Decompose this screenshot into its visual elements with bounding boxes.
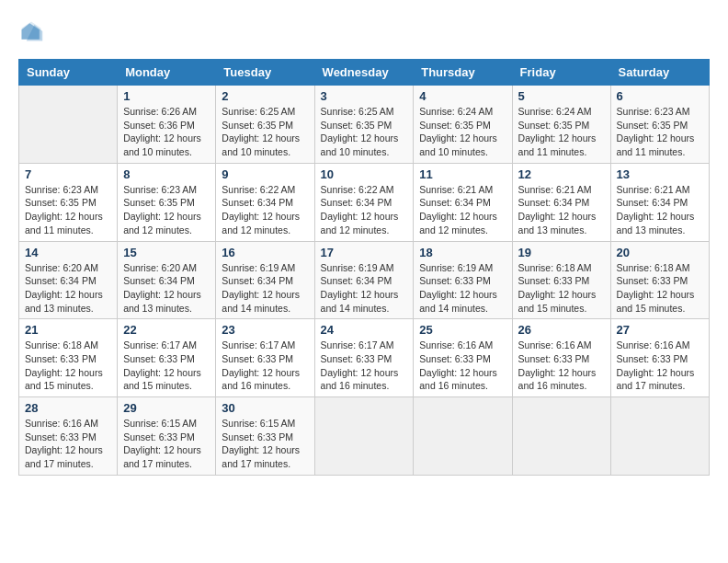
calendar-cell: 21Sunrise: 6:18 AMSunset: 6:33 PMDayligh…	[19, 319, 118, 397]
day-number: 5	[518, 89, 605, 103]
calendar-week-1: 1Sunrise: 6:26 AMSunset: 6:36 PMDaylight…	[19, 86, 710, 164]
calendar-cell: 3Sunrise: 6:25 AMSunset: 6:35 PMDaylight…	[314, 86, 414, 164]
day-number: 6	[617, 89, 703, 103]
calendar-cell	[610, 397, 709, 476]
calendar-cell: 4Sunrise: 6:24 AMSunset: 6:35 PMDaylight…	[414, 86, 512, 164]
calendar-cell: 20Sunrise: 6:18 AMSunset: 6:33 PMDayligh…	[610, 241, 709, 319]
column-header-saturday: Saturday	[610, 60, 709, 86]
day-info: Sunrise: 6:20 AMSunset: 6:34 PMDaylight:…	[123, 261, 210, 316]
day-info: Sunrise: 6:18 AMSunset: 6:33 PMDaylight:…	[518, 261, 605, 316]
calendar-cell: 1Sunrise: 6:26 AMSunset: 6:36 PMDaylight…	[118, 86, 216, 164]
calendar-cell: 7Sunrise: 6:23 AMSunset: 6:35 PMDaylight…	[19, 163, 118, 241]
calendar-week-2: 7Sunrise: 6:23 AMSunset: 6:35 PMDaylight…	[19, 163, 710, 241]
calendar-cell: 11Sunrise: 6:21 AMSunset: 6:34 PMDayligh…	[414, 163, 512, 241]
day-info: Sunrise: 6:16 AMSunset: 6:33 PMDaylight:…	[25, 417, 111, 471]
calendar-cell: 13Sunrise: 6:21 AMSunset: 6:34 PMDayligh…	[610, 163, 709, 241]
day-number: 21	[25, 323, 111, 337]
calendar-cell: 18Sunrise: 6:19 AMSunset: 6:33 PMDayligh…	[414, 241, 512, 319]
day-info: Sunrise: 6:23 AMSunset: 6:35 PMDaylight:…	[25, 183, 111, 237]
day-info: Sunrise: 6:22 AMSunset: 6:34 PMDaylight:…	[321, 183, 408, 237]
day-info: Sunrise: 6:16 AMSunset: 6:33 PMDaylight:…	[419, 339, 506, 393]
calendar-cell: 30Sunrise: 6:15 AMSunset: 6:33 PMDayligh…	[216, 397, 314, 476]
day-info: Sunrise: 6:18 AMSunset: 6:33 PMDaylight:…	[617, 261, 703, 316]
calendar-week-5: 28Sunrise: 6:16 AMSunset: 6:33 PMDayligh…	[19, 397, 710, 476]
day-number: 8	[123, 167, 210, 181]
calendar-cell: 29Sunrise: 6:15 AMSunset: 6:33 PMDayligh…	[118, 397, 216, 476]
column-header-thursday: Thursday	[414, 60, 512, 86]
day-info: Sunrise: 6:15 AMSunset: 6:33 PMDaylight:…	[222, 417, 308, 471]
day-number: 14	[25, 246, 111, 259]
calendar-header-row: SundayMondayTuesdayWednesdayThursdayFrid…	[19, 60, 710, 86]
column-header-tuesday: Tuesday	[216, 60, 314, 86]
calendar-cell: 5Sunrise: 6:24 AMSunset: 6:35 PMDaylight…	[512, 86, 610, 164]
day-number: 1	[123, 89, 210, 103]
day-number: 9	[222, 167, 308, 181]
day-number: 19	[518, 246, 605, 259]
calendar-week-4: 21Sunrise: 6:18 AMSunset: 6:33 PMDayligh…	[19, 319, 710, 397]
day-info: Sunrise: 6:19 AMSunset: 6:34 PMDaylight:…	[321, 261, 408, 316]
calendar-cell: 12Sunrise: 6:21 AMSunset: 6:34 PMDayligh…	[512, 163, 610, 241]
day-number: 23	[222, 323, 308, 337]
day-info: Sunrise: 6:19 AMSunset: 6:34 PMDaylight:…	[222, 261, 308, 316]
day-info: Sunrise: 6:17 AMSunset: 6:33 PMDaylight:…	[123, 339, 210, 393]
day-number: 29	[123, 401, 210, 415]
calendar-cell: 6Sunrise: 6:23 AMSunset: 6:35 PMDaylight…	[610, 86, 709, 164]
day-number: 3	[321, 89, 408, 103]
day-info: Sunrise: 6:21 AMSunset: 6:34 PMDaylight:…	[419, 183, 506, 237]
day-number: 27	[617, 323, 703, 337]
day-info: Sunrise: 6:19 AMSunset: 6:33 PMDaylight:…	[419, 261, 506, 316]
calendar-cell: 17Sunrise: 6:19 AMSunset: 6:34 PMDayligh…	[314, 241, 414, 319]
calendar-cell: 15Sunrise: 6:20 AMSunset: 6:34 PMDayligh…	[118, 241, 216, 319]
day-number: 4	[419, 89, 506, 103]
day-info: Sunrise: 6:17 AMSunset: 6:33 PMDaylight:…	[321, 339, 408, 393]
day-number: 20	[617, 246, 703, 259]
day-info: Sunrise: 6:23 AMSunset: 6:35 PMDaylight:…	[123, 183, 210, 237]
column-header-sunday: Sunday	[19, 60, 118, 86]
logo	[18, 18, 48, 44]
calendar-cell	[314, 397, 414, 476]
day-number: 16	[222, 246, 308, 259]
day-info: Sunrise: 6:25 AMSunset: 6:35 PMDaylight:…	[321, 105, 408, 159]
day-number: 7	[25, 167, 111, 181]
day-number: 26	[518, 323, 605, 337]
calendar-cell: 26Sunrise: 6:16 AMSunset: 6:33 PMDayligh…	[512, 319, 610, 397]
day-number: 18	[419, 246, 506, 259]
day-info: Sunrise: 6:16 AMSunset: 6:33 PMDaylight:…	[518, 339, 605, 393]
day-number: 25	[419, 323, 506, 337]
day-info: Sunrise: 6:24 AMSunset: 6:35 PMDaylight:…	[518, 105, 605, 159]
calendar-cell: 14Sunrise: 6:20 AMSunset: 6:34 PMDayligh…	[19, 241, 118, 319]
calendar-cell	[414, 397, 512, 476]
calendar-cell: 24Sunrise: 6:17 AMSunset: 6:33 PMDayligh…	[314, 319, 414, 397]
day-number: 2	[222, 89, 308, 103]
column-header-wednesday: Wednesday	[314, 60, 414, 86]
calendar-cell	[19, 86, 118, 164]
day-number: 28	[25, 401, 111, 415]
calendar-cell	[512, 397, 610, 476]
day-number: 17	[321, 246, 408, 259]
calendar-cell: 8Sunrise: 6:23 AMSunset: 6:35 PMDaylight…	[118, 163, 216, 241]
calendar-cell: 16Sunrise: 6:19 AMSunset: 6:34 PMDayligh…	[216, 241, 314, 319]
day-info: Sunrise: 6:20 AMSunset: 6:34 PMDaylight:…	[25, 261, 111, 316]
logo-icon	[18, 18, 44, 44]
page-header	[18, 18, 710, 44]
calendar-cell: 23Sunrise: 6:17 AMSunset: 6:33 PMDayligh…	[216, 319, 314, 397]
calendar-table: SundayMondayTuesdayWednesdayThursdayFrid…	[18, 59, 710, 476]
day-info: Sunrise: 6:24 AMSunset: 6:35 PMDaylight:…	[419, 105, 506, 159]
day-info: Sunrise: 6:25 AMSunset: 6:35 PMDaylight:…	[222, 105, 308, 159]
calendar-week-3: 14Sunrise: 6:20 AMSunset: 6:34 PMDayligh…	[19, 241, 710, 319]
day-info: Sunrise: 6:22 AMSunset: 6:34 PMDaylight:…	[222, 183, 308, 237]
calendar-cell: 10Sunrise: 6:22 AMSunset: 6:34 PMDayligh…	[314, 163, 414, 241]
calendar-cell: 2Sunrise: 6:25 AMSunset: 6:35 PMDaylight…	[216, 86, 314, 164]
day-number: 24	[321, 323, 408, 337]
column-header-monday: Monday	[118, 60, 216, 86]
calendar-cell: 19Sunrise: 6:18 AMSunset: 6:33 PMDayligh…	[512, 241, 610, 319]
day-number: 12	[518, 167, 605, 181]
day-info: Sunrise: 6:16 AMSunset: 6:33 PMDaylight:…	[617, 339, 703, 393]
column-header-friday: Friday	[512, 60, 610, 86]
day-info: Sunrise: 6:21 AMSunset: 6:34 PMDaylight:…	[617, 183, 703, 237]
day-number: 10	[321, 167, 408, 181]
calendar-cell: 27Sunrise: 6:16 AMSunset: 6:33 PMDayligh…	[610, 319, 709, 397]
calendar-cell: 25Sunrise: 6:16 AMSunset: 6:33 PMDayligh…	[414, 319, 512, 397]
calendar-cell: 22Sunrise: 6:17 AMSunset: 6:33 PMDayligh…	[118, 319, 216, 397]
calendar-cell: 9Sunrise: 6:22 AMSunset: 6:34 PMDaylight…	[216, 163, 314, 241]
